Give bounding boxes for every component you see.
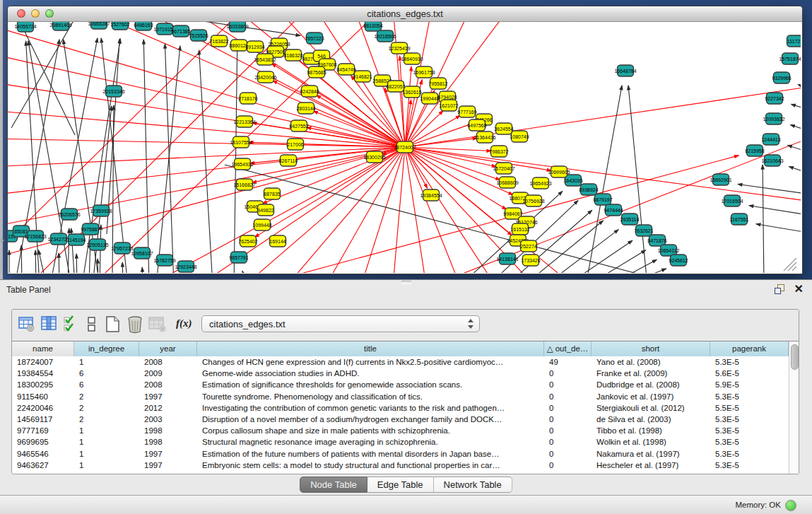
table-cell[interactable]: 5.5E-5 <box>710 402 789 414</box>
table-cell[interactable]: Stergiakouli et al. (2012) <box>592 402 710 414</box>
graph-node[interactable]: 16033809 <box>226 22 248 32</box>
citation-edge-black[interactable] <box>59 253 59 273</box>
table-cell[interactable]: 0 <box>544 402 592 414</box>
table-cell[interactable]: Tibbo et al. (1998) <box>592 425 710 436</box>
table-scrollbar[interactable] <box>789 341 799 474</box>
table-cell[interactable]: 1997 <box>139 448 197 460</box>
panel-resize-grip[interactable] <box>401 281 411 284</box>
citation-edge-black[interactable] <box>566 240 632 273</box>
graph-node[interactable]: 111727 <box>787 35 801 47</box>
graph-node[interactable]: 9875685 <box>307 66 326 78</box>
table-cell[interactable]: 0 <box>544 460 592 471</box>
table-cell[interactable]: Wolkin et al. (1998) <box>592 436 710 448</box>
graph-node[interactable]: 16782759 <box>153 255 175 266</box>
graph-node[interactable]: 17016504 <box>721 195 743 206</box>
graph-node[interactable]: 2935114 <box>620 214 640 225</box>
graph-node[interactable]: 21364436 <box>473 132 495 143</box>
graph-node[interactable]: 9227342 <box>765 93 784 104</box>
graph-node[interactable]: 18300295 <box>363 151 385 163</box>
table-row[interactable]: 1830029562008Estimation of significance … <box>12 379 789 390</box>
graph-node[interactable]: 1167551 <box>730 214 749 225</box>
graph-node[interactable]: 12213364 <box>233 116 255 127</box>
citation-edge-black[interactable] <box>756 224 801 234</box>
graph-node[interactable]: 169144 <box>269 235 286 247</box>
graph-node[interactable]: 20891406 <box>49 22 71 30</box>
table-cell[interactable]: 2009 <box>139 368 197 379</box>
citation-edge-black[interactable] <box>545 230 618 273</box>
table-cell[interactable]: 1 <box>74 460 139 471</box>
table-cell[interactable]: 1998 <box>139 436 197 448</box>
citation-edge-black[interactable] <box>18 22 75 135</box>
table-cell[interactable]: Hescheler et al. (1997) <box>592 460 710 471</box>
graph-node[interactable]: 15166827 <box>233 179 255 190</box>
graph-node[interactable]: 1362615 <box>402 86 421 98</box>
table-cell[interactable]: 14569117 <box>12 414 74 425</box>
graph-node[interactable]: 9975887 <box>81 223 100 235</box>
table-cell[interactable]: Disruption of a novel member of a sodium… <box>197 414 544 425</box>
citation-edge-black[interactable] <box>790 124 801 134</box>
network-canvas[interactable]: 1405572420891406106552871527602646616310… <box>8 22 801 273</box>
citation-edge-red[interactable] <box>287 147 405 273</box>
table-cell[interactable]: 0 <box>544 379 592 390</box>
citation-edge-black[interactable] <box>122 262 123 273</box>
table-cell[interactable]: 6 <box>74 379 139 390</box>
graph-node[interactable]: 16648784 <box>614 65 636 76</box>
citation-edge-red[interactable] <box>8 139 405 147</box>
memory-status-indicator[interactable] <box>785 500 796 511</box>
graph-node[interactable]: 7632621 <box>634 225 653 236</box>
table-cell[interactable]: 0 <box>544 425 592 436</box>
function-builder-icon[interactable]: f(x) <box>176 317 192 329</box>
citation-edge-black[interactable] <box>787 145 801 155</box>
table-cell[interactable]: 9465546 <box>12 448 74 460</box>
table-cell[interactable]: 1998 <box>139 425 197 436</box>
table-cell[interactable]: 2 <box>74 391 139 402</box>
graph-node[interactable]: 949822 <box>257 204 273 216</box>
graph-node[interactable]: 10756928 <box>522 195 544 206</box>
citation-edge-black[interactable] <box>199 50 213 273</box>
table-cell[interactable]: Nakamura et al. (1997) <box>592 448 710 460</box>
table-row[interactable]: 1938455462009Genome-wide association stu… <box>12 368 789 379</box>
graph-node[interactable]: 26206576 <box>58 209 80 220</box>
network-graph[interactable]: 1405572420891406106552871527602646616310… <box>8 22 801 273</box>
table-row[interactable]: 1456911722003Disruption of a novel membe… <box>12 414 789 425</box>
citation-edge-black[interactable] <box>38 250 47 273</box>
select-columns-icon[interactable] <box>41 315 58 332</box>
citation-edge-red[interactable] <box>8 22 241 255</box>
graph-node[interactable]: 252274 <box>520 240 536 252</box>
column-header-name[interactable]: name <box>12 341 74 356</box>
table-cell[interactable]: 1 <box>74 356 139 368</box>
graph-node[interactable]: 8186328 <box>283 49 302 61</box>
table-cell[interactable]: 0 <box>544 368 592 379</box>
graph-node[interactable]: 1615132 <box>510 223 529 235</box>
table-cell[interactable]: 1 <box>74 436 139 448</box>
tab-node-table[interactable]: Node Table <box>300 477 367 493</box>
graph-node[interactable]: 2803144 <box>296 103 315 114</box>
graph-node[interactable]: 1099448 <box>252 219 271 230</box>
graph-node[interactable]: 6497568 <box>467 119 486 131</box>
graph-node[interactable]: 18640910 <box>401 53 423 64</box>
table-cell[interactable]: Yano et al. (2008) <box>592 356 710 368</box>
citation-edge-red[interactable] <box>405 147 507 209</box>
table-scrollbar-thumb[interactable] <box>791 344 799 370</box>
modify-table-icon[interactable] <box>18 315 35 332</box>
graph-node[interactable]: 9671385 <box>171 25 190 37</box>
table-cell[interactable]: 2 <box>74 414 139 425</box>
citation-edge-red[interactable] <box>405 147 496 167</box>
delete-table-icon[interactable] <box>148 315 167 332</box>
graph-node[interactable]: 16961758 <box>413 66 435 78</box>
table-cell[interactable]: Structural magnetic resonance image aver… <box>197 436 544 448</box>
table-row[interactable]: 946554611997Estimation of the future num… <box>12 448 789 460</box>
table-cell[interactable]: 5.3E-5 <box>710 356 789 368</box>
table-cell[interactable]: Embryonic stem cells: a model to study s… <box>197 460 544 471</box>
table-cell[interactable]: 18300295 <box>12 379 74 390</box>
table-cell[interactable]: 1997 <box>139 391 197 402</box>
graph-node[interactable]: 14138141 <box>496 253 518 264</box>
citation-edge-black[interactable] <box>587 250 646 273</box>
citation-edge-red[interactable] <box>316 95 405 147</box>
table-cell[interactable]: Changes of HCN gene expression and I(f) … <box>197 356 544 368</box>
select-all-rows-icon[interactable] <box>64 315 79 334</box>
graph-node[interactable]: 7986372 <box>489 146 508 157</box>
table-cell[interactable]: de Silva et al. (2003) <box>592 414 710 425</box>
graph-node[interactable]: 9474444 <box>604 204 623 216</box>
table-cell[interactable]: 0 <box>544 448 592 460</box>
